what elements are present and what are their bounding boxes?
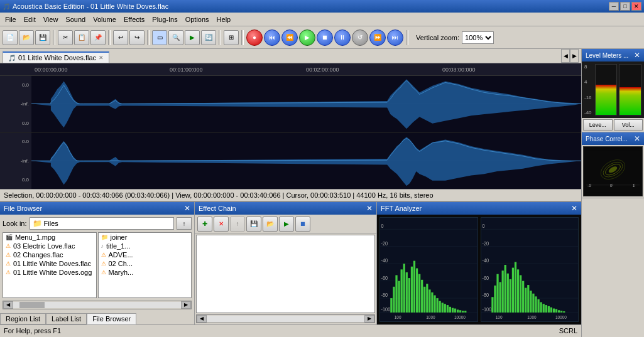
tab-label: 01 Little White Doves.flac bbox=[18, 54, 96, 62]
menu-effects[interactable]: Effects bbox=[120, 14, 148, 24]
close-button[interactable]: ✕ bbox=[631, 2, 641, 11]
loop-tool[interactable]: 🔄 bbox=[201, 30, 216, 45]
save-button[interactable]: 💾 bbox=[35, 30, 50, 45]
svg-text:-60: -60 bbox=[381, 275, 388, 282]
maximize-button[interactable]: □ bbox=[620, 2, 630, 11]
file-item-menu[interactable]: 🎬 Menu_1.mpg bbox=[3, 233, 96, 242]
svg-rect-29 bbox=[421, 280, 423, 313]
scroll-track[interactable] bbox=[13, 302, 181, 308]
menu-sound[interactable]: Sound bbox=[62, 14, 89, 24]
redo-button[interactable]: ↪ bbox=[129, 30, 145, 45]
menu-view[interactable]: View bbox=[40, 14, 62, 24]
menu-plugins[interactable]: Plug-Ins bbox=[148, 14, 181, 24]
title-bar-controls[interactable]: ─ □ ✕ bbox=[609, 2, 641, 11]
menu-volume[interactable]: Volume bbox=[89, 14, 120, 24]
effect-remove-btn[interactable]: ✕ bbox=[214, 217, 229, 232]
effect-scroll-right[interactable]: ▶ bbox=[364, 315, 374, 323]
record-button[interactable]: ● bbox=[246, 29, 263, 46]
svg-rect-78 bbox=[530, 291, 532, 313]
play-button[interactable]: ▶ bbox=[299, 29, 315, 46]
audio-warn-icon-6: ⚠ bbox=[101, 260, 106, 267]
track-2-label: 0.0 -inf. 0.0 bbox=[0, 133, 31, 190]
audio-warn-icon-4: ⚠ bbox=[6, 269, 11, 275]
pause-button[interactable]: ⏸ bbox=[334, 29, 351, 46]
stop-button[interactable]: ⏹ bbox=[317, 29, 333, 46]
track-1-waveform[interactable] bbox=[31, 76, 581, 132]
effect-save-btn[interactable]: 💾 bbox=[246, 217, 261, 232]
skip-end-button[interactable]: ⏭ bbox=[387, 29, 403, 46]
effect-scroll[interactable]: ◀ ▶ bbox=[196, 314, 375, 323]
file-item-title[interactable]: ♪ title_1... bbox=[99, 242, 192, 250]
scroll-right-btn[interactable]: ▶ bbox=[181, 301, 191, 309]
prev-button[interactable]: ⏪ bbox=[281, 29, 298, 46]
volume-button[interactable]: Vol... bbox=[614, 119, 643, 131]
effect-play-btn[interactable]: ▶ bbox=[279, 217, 294, 232]
tab-label-list[interactable]: Label List bbox=[46, 313, 87, 324]
tab-region-list[interactable]: Region List bbox=[0, 313, 46, 324]
effect-load-btn[interactable]: 📂 bbox=[263, 217, 278, 232]
file-item-white-doves-ogg[interactable]: ⚠ 01 Little White Doves.ogg bbox=[3, 268, 96, 277]
paste-button[interactable]: 📌 bbox=[90, 30, 106, 45]
minimize-button[interactable]: ─ bbox=[609, 2, 619, 11]
grid-button[interactable]: ⊞ bbox=[224, 30, 239, 45]
level-button[interactable]: Leve... bbox=[583, 119, 613, 131]
look-in-select[interactable]: 📁 Files bbox=[30, 217, 174, 230]
fft-analyzer-close[interactable]: ✕ bbox=[571, 204, 577, 213]
effect-add-btn[interactable]: ✚ bbox=[197, 217, 212, 232]
tab-nav-prev[interactable]: ◀ bbox=[561, 49, 570, 63]
effect-scroll-left[interactable]: ◀ bbox=[197, 315, 207, 323]
svg-rect-28 bbox=[418, 274, 420, 313]
menu-edit[interactable]: Edit bbox=[20, 14, 40, 24]
selection-status: Selection, 00:00:00:000 - 00:03:40:066 (… bbox=[0, 189, 581, 201]
up-button[interactable]: ↑ bbox=[177, 217, 192, 230]
file-item-joiner[interactable]: 📁 joiner bbox=[99, 233, 192, 242]
file-item-white-doves-flac[interactable]: ⚠ 01 Little White Doves.flac bbox=[3, 259, 96, 268]
cut-button[interactable]: ✂ bbox=[58, 30, 73, 45]
scroll-thumb[interactable] bbox=[19, 302, 45, 308]
tab-close-button[interactable]: ✕ bbox=[99, 55, 104, 61]
svg-rect-38 bbox=[444, 304, 446, 313]
file-browser-close[interactable]: ✕ bbox=[184, 204, 190, 213]
undo-button[interactable]: ↩ bbox=[113, 30, 128, 45]
audio-tab[interactable]: 🎵 01 Little White Doves.flac ✕ bbox=[3, 51, 109, 63]
window-title: Acoustica Basic Edition - 01 Little Whit… bbox=[13, 3, 168, 10]
file-item-changes[interactable]: ⚠ 02 Changes.flac bbox=[3, 250, 96, 259]
file-scroll[interactable]: ◀ ▶ bbox=[3, 301, 192, 309]
file-item-02ch[interactable]: ⚠ 02 Ch... bbox=[99, 259, 192, 268]
effect-scroll-track[interactable] bbox=[207, 316, 364, 322]
svg-rect-81 bbox=[537, 299, 539, 313]
svg-rect-24 bbox=[408, 278, 410, 313]
play-selection[interactable]: ▶ bbox=[185, 30, 200, 45]
svg-rect-74 bbox=[519, 275, 521, 313]
effect-move-up-btn[interactable]: ↑ bbox=[230, 217, 245, 232]
menu-file[interactable]: File bbox=[1, 14, 20, 24]
file-item-adve[interactable]: ⚠ ADVE... bbox=[99, 250, 192, 259]
next-button[interactable]: ⏩ bbox=[369, 29, 386, 46]
phase-corr-close[interactable]: ✕ bbox=[634, 134, 640, 143]
select-tool[interactable]: ▭ bbox=[152, 30, 167, 45]
effect-stop-btn[interactable]: ⏹ bbox=[295, 217, 310, 232]
menu-options[interactable]: Options bbox=[182, 14, 213, 24]
menu-help[interactable]: Help bbox=[213, 14, 235, 24]
file-item-electric[interactable]: ⚠ 03 Electric Love.flac bbox=[3, 242, 96, 250]
file-list-right: 📁 joiner ♪ title_1... ⚠ ADVE... bbox=[98, 232, 192, 298]
loop-button[interactable]: ↺ bbox=[352, 29, 368, 46]
zoom-select[interactable]: 100% 200% 50% bbox=[462, 31, 494, 44]
scroll-left-btn[interactable]: ◀ bbox=[3, 301, 13, 309]
left-channel-bar bbox=[595, 64, 618, 115]
svg-text:-1: -1 bbox=[587, 184, 591, 188]
phase-corr-display: -1 0 1 bbox=[583, 146, 643, 196]
level-meters-close[interactable]: ✕ bbox=[634, 51, 640, 60]
tab-nav-next[interactable]: ▶ bbox=[570, 49, 579, 63]
waveform-container[interactable]: 00:00:00.000 00:01:00:000 00:02:00:000 0… bbox=[0, 63, 581, 189]
copy-button[interactable]: 📋 bbox=[74, 30, 89, 45]
effect-chain-close[interactable]: ✕ bbox=[366, 204, 373, 213]
new-button[interactable]: 📄 bbox=[3, 30, 18, 45]
zoom-tool[interactable]: 🔍 bbox=[168, 30, 183, 45]
tab-file-browser[interactable]: File Browser bbox=[87, 313, 136, 324]
open-button[interactable]: 📂 bbox=[19, 30, 34, 45]
skip-start-button[interactable]: ⏮ bbox=[264, 29, 280, 46]
track-2-waveform[interactable] bbox=[31, 133, 581, 190]
file-item-maryh[interactable]: ⚠ Maryh... bbox=[99, 268, 192, 277]
file-browser-inner: Look in: 📁 Files ↑ 🎬 Menu_1.mpg bbox=[0, 215, 194, 312]
